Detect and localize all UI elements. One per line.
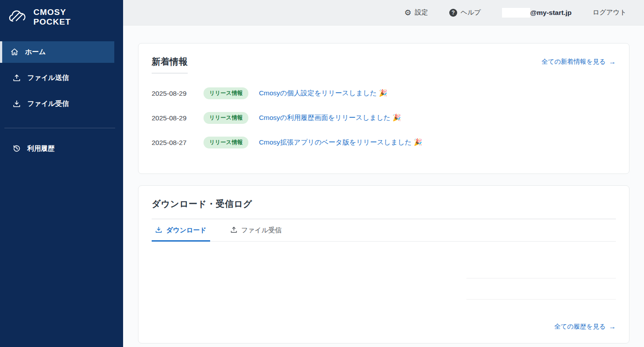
news-link[interactable]: Cmosy拡張アプリのベータ版をリリースしました 🎉 — [259, 138, 422, 147]
sidebar-divider — [4, 128, 115, 128]
logs-title: ダウンロード・受信ログ — [152, 198, 616, 219]
help-label: ヘルプ — [461, 8, 481, 17]
news-date: 2025-08-29 — [152, 90, 204, 98]
news-view-all-label: 全ての新着情報を見る — [542, 58, 606, 66]
news-link[interactable]: Cmosyの利用履歴画面をリリースしました 🎉 — [259, 113, 401, 123]
main-column: ⚙ 設定 ? ヘルプ @my-start.jp ログアウト 新着情報 全ての新着… — [123, 0, 644, 347]
cmosy-logo-icon — [8, 10, 28, 24]
sidebar-nav: ホーム ファイル送信 ファイル受信 — [0, 41, 123, 164]
news-badge: リリース情報 — [204, 87, 248, 99]
news-card: 新着情報 全ての新着情報を見る → 2025-08-29 リリース情報 Cmos… — [138, 43, 629, 174]
tab-file-receive-label: ファイル受信 — [241, 226, 281, 235]
news-link[interactable]: Cmosyの個人設定をリリースしました 🎉 — [259, 89, 387, 98]
sidebar: CMOSY POCKET ホーム ファイル送信 — [0, 0, 123, 347]
settings-button[interactable]: ⚙ 設定 — [404, 8, 428, 17]
logout-button[interactable]: ログアウト — [593, 8, 626, 17]
help-button[interactable]: ? ヘルプ — [449, 8, 481, 17]
arrow-right-icon: → — [609, 58, 616, 66]
app-root: CMOSY POCKET ホーム ファイル送信 — [0, 0, 644, 347]
help-icon: ? — [449, 9, 457, 17]
logs-tabs: ダウンロード ファイル受信 — [152, 219, 616, 242]
news-badge: リリース情報 — [204, 112, 248, 124]
news-date: 2025-08-27 — [152, 139, 204, 147]
news-item: 2025-08-29 リリース情報 Cmosyの利用履歴画面をリリースしました … — [152, 112, 616, 124]
account-domain: @my-start.jp — [530, 9, 571, 17]
news-list: 2025-08-29 リリース情報 Cmosyの個人設定をリリースしました 🎉 … — [152, 87, 616, 148]
account-info: @my-start.jp — [502, 8, 571, 18]
sidebar-item-label: ホーム — [25, 47, 46, 57]
logs-card-footer: 全ての履歴を見る → — [152, 321, 616, 331]
empty-log-table — [466, 257, 616, 300]
settings-label: 設定 — [415, 8, 428, 17]
sidebar-item-usage-history[interactable]: 利用履歴 — [0, 138, 114, 159]
download-icon — [13, 100, 21, 108]
tab-download-label: ダウンロード — [166, 226, 207, 235]
logs-view-all-link[interactable]: 全ての履歴を見る → — [554, 322, 616, 331]
news-badge: リリース情報 — [204, 137, 248, 148]
empty-log-row — [466, 278, 616, 300]
brand: CMOSY POCKET — [0, 0, 123, 34]
home-icon — [11, 48, 18, 56]
tab-file-receive[interactable]: ファイル受信 — [227, 219, 285, 241]
news-item: 2025-08-27 リリース情報 Cmosy拡張アプリのベータ版をリリースしま… — [152, 137, 616, 148]
logs-card: ダウンロード・受信ログ ダウンロード — [138, 185, 629, 343]
news-title: 新着情報 — [152, 56, 188, 73]
account-name-redacted — [502, 8, 530, 18]
brand-name: CMOSY POCKET — [33, 7, 71, 27]
empty-log-row — [466, 257, 616, 278]
sidebar-item-label: ファイル受信 — [27, 99, 69, 108]
brand-line2: POCKET — [33, 17, 71, 27]
history-icon — [13, 145, 21, 152]
news-view-all-link[interactable]: 全ての新着情報を見る → — [542, 58, 616, 66]
brand-line1: CMOSY — [33, 7, 71, 17]
news-item: 2025-08-29 リリース情報 Cmosyの個人設定をリリースしました 🎉 — [152, 87, 616, 99]
main-content: 新着情報 全ての新着情報を見る → 2025-08-29 リリース情報 Cmos… — [123, 25, 644, 347]
news-date: 2025-08-29 — [152, 114, 204, 122]
logs-view-all-label: 全ての履歴を見る — [554, 322, 606, 331]
sidebar-item-file-receive[interactable]: ファイル受信 — [0, 93, 114, 115]
arrow-right-icon: → — [609, 323, 616, 331]
sidebar-item-label: 利用履歴 — [27, 144, 55, 153]
news-card-header: 新着情報 全ての新着情報を見る → — [152, 56, 616, 73]
tab-download[interactable]: ダウンロード — [152, 219, 210, 241]
sidebar-item-file-send[interactable]: ファイル送信 — [0, 67, 114, 89]
topbar: ⚙ 設定 ? ヘルプ @my-start.jp ログアウト — [123, 0, 644, 25]
sidebar-item-home[interactable]: ホーム — [0, 41, 114, 63]
upload-icon — [230, 226, 237, 235]
upload-icon — [13, 74, 21, 82]
sidebar-item-label: ファイル送信 — [27, 73, 69, 83]
download-icon — [155, 226, 162, 235]
gear-icon: ⚙ — [404, 9, 411, 17]
